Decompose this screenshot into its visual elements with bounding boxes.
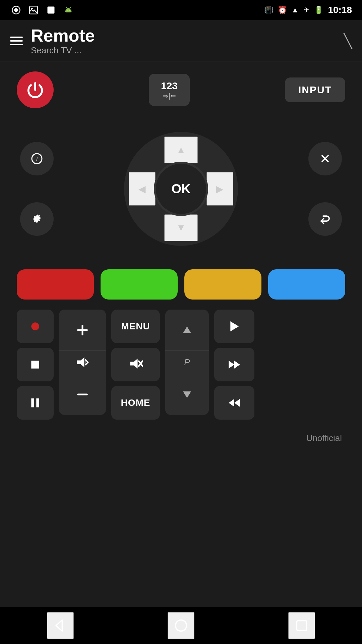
ok-button[interactable]: OK xyxy=(156,164,206,214)
vibrate-icon: 📳 xyxy=(264,6,273,14)
bottom-controls: MENU HOME P xyxy=(13,310,349,420)
android-icon xyxy=(62,4,74,16)
status-time: 10:18 xyxy=(328,5,352,15)
num123-label: 123 xyxy=(161,80,178,92)
app-title: Remote xyxy=(31,26,336,45)
menu-column: MENU HOME xyxy=(111,310,160,420)
header-text: Remote Search TV ... xyxy=(31,26,336,56)
menu-button[interactable]: MENU xyxy=(111,310,160,343)
nav-bar xyxy=(0,607,362,644)
svg-marker-35 xyxy=(229,399,234,407)
color-red-button[interactable] xyxy=(17,269,94,300)
svg-point-1 xyxy=(14,8,18,12)
nav-home-button[interactable] xyxy=(168,612,194,639)
power-button[interactable] xyxy=(17,71,54,108)
volume-column xyxy=(59,310,106,415)
side-buttons-left: i xyxy=(20,142,54,236)
nav-back-button[interactable] xyxy=(47,612,74,639)
hamburger-menu-button[interactable] xyxy=(10,37,23,45)
color-blue-button[interactable] xyxy=(268,269,345,300)
unofficial-label: Unofficial xyxy=(13,430,349,447)
svg-rect-18 xyxy=(36,398,39,408)
info-button[interactable]: i xyxy=(20,142,54,175)
battery-icon: 🔋 xyxy=(314,6,323,14)
dpad-right-button[interactable]: ▶ xyxy=(206,172,233,206)
svg-marker-36 xyxy=(56,620,62,631)
svg-marker-34 xyxy=(234,399,240,407)
alarm-icon: ⏰ xyxy=(278,6,287,14)
home-button[interactable]: HOME xyxy=(111,386,160,420)
input-button[interactable]: INPUT xyxy=(285,77,345,102)
stop-button[interactable] xyxy=(17,348,54,381)
square-icon xyxy=(45,4,57,16)
media-column xyxy=(17,310,54,420)
color-row xyxy=(13,269,349,300)
volume-down-button[interactable] xyxy=(59,374,106,415)
play-button[interactable] xyxy=(214,310,254,343)
num123-sym: ⇒|⇐ xyxy=(163,92,176,100)
remote-body: 123 ⇒|⇐ INPUT i ▲ ◀ xyxy=(0,61,362,607)
dpad-up-button[interactable]: ▲ xyxy=(164,137,198,163)
svg-rect-9 xyxy=(70,10,71,12)
status-icons-right: 📳 ⏰ ▲ ✈ 🔋 10:18 xyxy=(264,5,352,15)
side-buttons-right xyxy=(308,142,342,236)
num123-button[interactable]: 123 ⇒|⇐ xyxy=(149,74,190,106)
record-button[interactable] xyxy=(17,310,54,343)
svg-rect-38 xyxy=(297,621,306,630)
svg-marker-33 xyxy=(234,361,240,369)
svg-rect-17 xyxy=(31,398,34,408)
playback-column xyxy=(214,310,254,420)
svg-point-3 xyxy=(31,8,33,9)
svg-marker-30 xyxy=(183,391,191,398)
mute-button[interactable] xyxy=(111,348,160,381)
channel-up-button[interactable] xyxy=(165,310,209,351)
volume-speaker-icon xyxy=(59,351,106,374)
svg-rect-16 xyxy=(31,361,39,369)
svg-point-15 xyxy=(31,323,39,330)
svg-marker-26 xyxy=(130,359,137,368)
channel-column: P xyxy=(165,310,209,415)
svg-rect-7 xyxy=(66,10,71,12)
airplane-icon: ✈ xyxy=(303,6,309,14)
svg-marker-21 xyxy=(77,358,84,367)
search-tv-label[interactable]: Search TV ... xyxy=(31,45,336,56)
svg-rect-4 xyxy=(48,7,55,14)
rewind-button[interactable] xyxy=(214,348,254,381)
top-row: 123 ⇒|⇐ INPUT xyxy=(13,71,349,108)
svg-line-23 xyxy=(85,362,88,365)
pause-button[interactable] xyxy=(17,386,54,420)
color-yellow-button[interactable] xyxy=(184,269,261,300)
dpad: ▲ ◀ OK ▶ ▼ xyxy=(124,132,238,246)
channel-p-label: P xyxy=(165,351,209,374)
svg-marker-32 xyxy=(229,361,234,369)
svg-marker-29 xyxy=(183,326,191,333)
color-green-button[interactable] xyxy=(101,269,178,300)
spotify-icon xyxy=(10,4,22,16)
fastforward-button[interactable] xyxy=(214,386,254,420)
header-right-icon: ╲ xyxy=(344,33,352,49)
back-button[interactable] xyxy=(308,202,342,236)
close-button[interactable] xyxy=(308,142,342,175)
svg-text:i: i xyxy=(36,156,38,163)
svg-marker-31 xyxy=(230,321,239,331)
channel-down-button[interactable] xyxy=(165,374,209,415)
image-icon xyxy=(27,4,40,16)
nav-recents-button[interactable] xyxy=(288,612,315,639)
status-icons-left xyxy=(10,4,74,16)
dpad-down-button[interactable]: ▼ xyxy=(164,214,198,241)
status-bar: 📳 ⏰ ▲ ✈ 🔋 10:18 xyxy=(0,0,362,20)
app-header: Remote Search TV ... ╲ xyxy=(0,20,362,61)
svg-point-37 xyxy=(176,620,187,631)
volume-up-button[interactable] xyxy=(59,310,106,351)
svg-rect-8 xyxy=(65,10,66,12)
settings-button[interactable] xyxy=(20,202,54,236)
dpad-section: i ▲ ◀ OK ▶ ▼ xyxy=(13,118,349,259)
wifi-icon: ▲ xyxy=(292,6,299,14)
dpad-left-button[interactable]: ◀ xyxy=(129,172,156,206)
